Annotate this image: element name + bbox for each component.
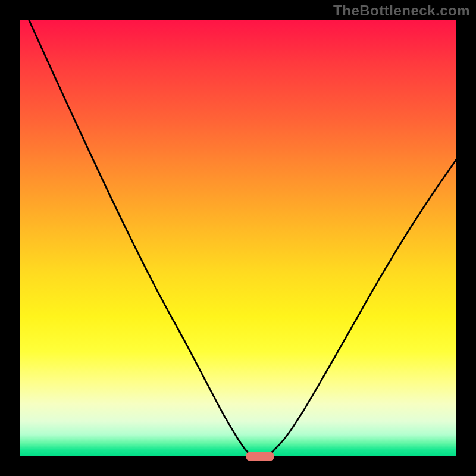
curve-svg	[20, 20, 456, 456]
curve-path	[29, 20, 456, 456]
bottleneck-marker	[246, 452, 274, 461]
watermark-text: TheBottleneck.com	[333, 2, 470, 19]
chart-frame: TheBottleneck.com	[0, 0, 476, 476]
plot-area	[20, 20, 456, 456]
